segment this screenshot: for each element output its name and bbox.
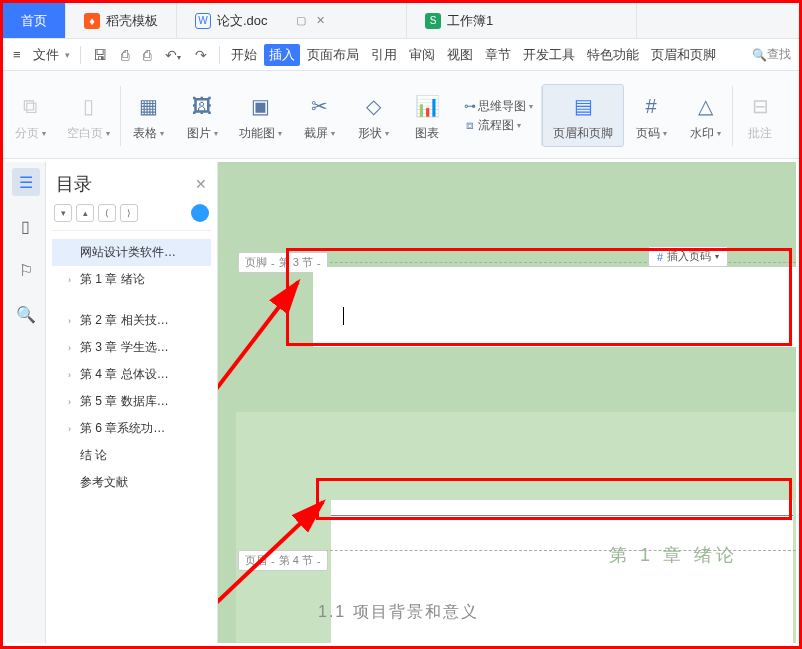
headerfooter-icon: ▤: [566, 89, 600, 123]
ribbon-mindmap[interactable]: ⊶思维导图▾: [462, 98, 533, 115]
outline-panel-icon[interactable]: ☰: [12, 168, 40, 196]
table-icon: ▦: [131, 89, 165, 123]
flowchart-icon: ⧈: [462, 118, 478, 132]
shapes-icon: ◇: [356, 89, 390, 123]
menu-pagelayout[interactable]: 页面布局: [302, 46, 364, 64]
screenshot-icon: ✂: [302, 89, 336, 123]
collapse-up-icon[interactable]: ▴: [76, 204, 94, 222]
workspace: ☰ ▯ ⚐ 🔍 目录 ✕ ▾ ▴ ⟨ ⟩ 网站设计类软件… ›第 1 章 绪论 …: [6, 162, 796, 643]
ribbon-table[interactable]: ▦ 表格▾: [121, 89, 175, 142]
menu-view[interactable]: 视图: [442, 46, 478, 64]
ribbon-pagebreak[interactable]: ⧉ 分页▾: [3, 89, 57, 142]
annotation-redbox-header: [316, 478, 792, 520]
picture-icon: 🖼: [185, 89, 219, 123]
save-icon[interactable]: 🖫: [87, 47, 113, 63]
chevron-down-icon: ▾: [65, 50, 70, 60]
mindmap-icon: ⊶: [462, 99, 478, 113]
ribbon-watermark[interactable]: △ 水印▾: [678, 89, 732, 142]
chevron-right-icon: ›: [68, 316, 78, 326]
toc-item[interactable]: 网站设计类软件…: [52, 239, 211, 266]
watermark-icon: △: [688, 89, 722, 123]
menu-devtools[interactable]: 开发工具: [518, 46, 580, 64]
menubar: ≡ 文件 ▾ 🖫 ⎙ ⎙ ↶▾ ↷ 开始 插入 页面布局 引用 审阅 视图 章节…: [3, 39, 799, 71]
chevron-right-icon: ›: [68, 397, 78, 407]
chevron-right-icon: ›: [68, 343, 78, 353]
ribbon-screenshot[interactable]: ✂ 截屏▾: [292, 89, 346, 142]
menu-references[interactable]: 引用: [366, 46, 402, 64]
comment-icon: ⊟: [743, 89, 777, 123]
toc-item[interactable]: ›第 2 章 相关技…: [52, 307, 211, 334]
page-panel-icon[interactable]: ▯: [12, 212, 40, 240]
undo-icon[interactable]: ↶▾: [159, 47, 187, 63]
menu-headerfooter[interactable]: 页眉和页脚: [646, 46, 721, 64]
toc-item[interactable]: ›第 3 章 学生选…: [52, 334, 211, 361]
toc-pane: 目录 ✕ ▾ ▴ ⟨ ⟩ 网站设计类软件… ›第 1 章 绪论 ›第 2 章 相…: [46, 162, 218, 643]
menu-start[interactable]: 开始: [226, 46, 262, 64]
chart-icon: 📊: [410, 89, 444, 123]
pagenum-icon: #: [634, 89, 668, 123]
ribbon-funcimg[interactable]: ▣ 功能图▾: [229, 89, 292, 142]
flame-icon: ♦: [84, 13, 100, 29]
toc-item[interactable]: 参考文献: [52, 469, 211, 496]
menu-review[interactable]: 审阅: [404, 46, 440, 64]
header-tag[interactable]: 页眉 - 第 4 节 -: [238, 550, 328, 571]
chevron-right-icon: ›: [68, 370, 78, 380]
toc-list: 网站设计类软件… ›第 1 章 绪论 ›第 2 章 相关技… ›第 3 章 学生…: [52, 231, 211, 496]
print-preview-icon[interactable]: ⎙: [115, 47, 135, 63]
blue-dot-icon[interactable]: [191, 204, 209, 222]
toc-item[interactable]: ›第 5 章 数据库…: [52, 388, 211, 415]
expand-down-icon[interactable]: ▾: [54, 204, 72, 222]
menu-insert[interactable]: 插入: [264, 44, 300, 66]
chevron-right-icon: ›: [68, 275, 78, 285]
divider: [80, 46, 81, 64]
menu-chapter[interactable]: 章节: [480, 46, 516, 64]
ribbon-shapes[interactable]: ◇ 形状▾: [346, 89, 400, 142]
divider: [219, 46, 220, 64]
sheet-icon: S: [425, 13, 441, 29]
search-button[interactable]: 🔍 查找: [748, 46, 795, 63]
ribbon-insert: ⧉ 分页▾ ▯ 空白页▾ ▦ 表格▾ 🖼 图片▾ ▣ 功能图▾ ✂ 截屏▾ ◇ …: [3, 71, 799, 159]
chevron-right-icon: ›: [68, 424, 78, 434]
redo-icon[interactable]: ↷: [189, 47, 213, 63]
tool-sidebar: ☰ ▯ ⚐ 🔍: [6, 162, 46, 643]
func-image-icon: ▣: [244, 89, 278, 123]
toc-item[interactable]: 结 论: [52, 442, 211, 469]
close-icon[interactable]: ✕: [195, 176, 207, 192]
annotation-redbox-footer: [286, 248, 792, 346]
section-heading: 1.1 项目背景和意义: [318, 602, 479, 623]
ribbon-chart[interactable]: 📊 图表: [400, 89, 454, 142]
pagebreak-icon: ⧉: [13, 89, 47, 123]
toc-title: 目录: [56, 172, 92, 196]
bookmark-panel-icon[interactable]: ⚐: [12, 256, 40, 284]
toc-item[interactable]: ›第 4 章 总体设…: [52, 361, 211, 388]
tab-home[interactable]: 首页: [3, 3, 66, 38]
menu-special[interactable]: 特色功能: [582, 46, 644, 64]
ribbon-headerfooter[interactable]: ▤ 页眉和页脚: [542, 84, 624, 147]
chapter-heading: 第 1 章 绪论: [609, 543, 738, 567]
ribbon-diagram-stack: ⊶思维导图▾ ⧈流程图▾: [454, 98, 541, 134]
shrink-icon[interactable]: ⟨: [98, 204, 116, 222]
ribbon-comment[interactable]: ⊟ 批注: [733, 89, 787, 142]
toc-toolbar: ▾ ▴ ⟨ ⟩: [52, 204, 211, 231]
file-menu[interactable]: 文件: [29, 46, 63, 64]
tab-document[interactable]: W 论文.doc ▢ ✕: [177, 3, 407, 38]
tab-workbook[interactable]: S 工作簿1: [407, 3, 637, 38]
ribbon-picture[interactable]: 🖼 图片▾: [175, 89, 229, 142]
grow-icon[interactable]: ⟩: [120, 204, 138, 222]
tab-template[interactable]: ♦ 稻壳模板: [66, 3, 177, 38]
document-canvas[interactable]: 页脚 - 第 3 节 - # 插入页码▾ 页眉 - 第 4 节 - 第 1 章 …: [218, 162, 796, 643]
ribbon-pagenum[interactable]: # 页码▾: [624, 89, 678, 142]
toc-item[interactable]: ›第 6 章系统功…: [52, 415, 211, 442]
find-panel-icon[interactable]: 🔍: [12, 300, 40, 328]
toc-item[interactable]: ›第 1 章 绪论: [52, 266, 211, 293]
print-icon[interactable]: ⎙: [137, 47, 157, 63]
document-tabstrip: 首页 ♦ 稻壳模板 W 论文.doc ▢ ✕ S 工作簿1: [3, 3, 799, 39]
hamburger-icon[interactable]: ≡: [7, 47, 27, 62]
blankpage-icon: ▯: [72, 89, 106, 123]
display-icon[interactable]: ▢: [296, 14, 306, 27]
word-doc-icon: W: [195, 13, 211, 29]
tab-close-icon[interactable]: ✕: [316, 14, 325, 27]
ribbon-blankpage[interactable]: ▯ 空白页▾: [57, 89, 120, 142]
ribbon-flowchart[interactable]: ⧈流程图▾: [462, 117, 533, 134]
